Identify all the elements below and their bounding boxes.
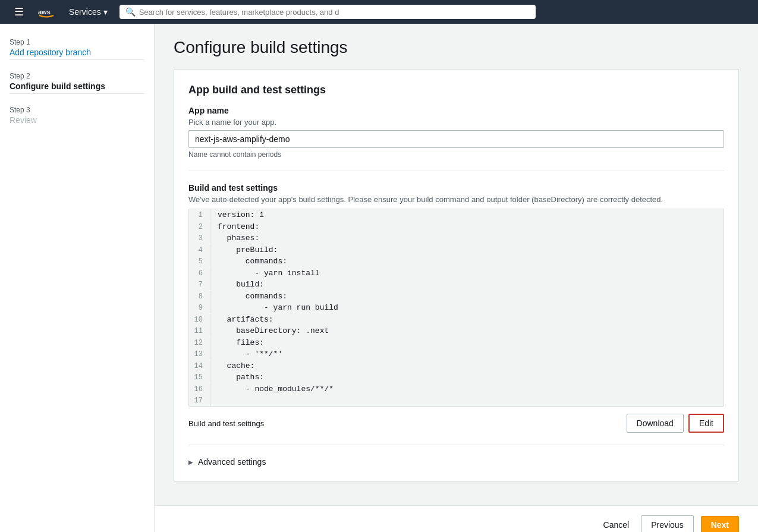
hamburger-menu[interactable]: ☰	[10, 3, 29, 21]
line-code: frontend:	[218, 221, 259, 233]
line-number: 17	[189, 395, 210, 406]
line-number: 14	[189, 360, 210, 372]
services-menu-button[interactable]: Services ▾	[64, 5, 112, 19]
line-code: - '**/*'	[218, 348, 282, 360]
chevron-right-icon: ▶	[188, 459, 193, 465]
line-code: - yarn install	[218, 267, 320, 279]
build-settings-actions: Download Edit	[627, 414, 724, 433]
code-line: 8 commands:	[189, 291, 724, 303]
code-line: 13 - '**/*'	[189, 348, 724, 360]
app-name-field: App name Pick a name for your app. Name …	[188, 106, 724, 159]
download-button[interactable]: Download	[627, 414, 684, 433]
line-number: 1	[189, 209, 210, 221]
line-number: 11	[189, 325, 210, 336]
line-code: phases:	[218, 232, 259, 244]
code-line: 10 artifacts:	[189, 314, 724, 326]
build-settings-footer: Build and test settings Download Edit	[188, 414, 724, 433]
line-code: artifacts:	[218, 314, 273, 326]
services-label: Services	[69, 7, 101, 17]
code-line: 7 build:	[189, 279, 724, 291]
search-bar: 🔍	[119, 5, 536, 19]
line-code: - yarn run build	[218, 302, 338, 314]
page-layout: Step 1 Add repository branch Step 2 Conf…	[0, 24, 758, 532]
search-input[interactable]	[139, 8, 530, 17]
sidebar-item-step1: Step 1 Add repository branch	[10, 38, 144, 60]
step1-title[interactable]: Add repository branch	[10, 48, 144, 57]
line-code: commands:	[218, 291, 287, 303]
line-code: build:	[218, 279, 264, 291]
step3-title: Review	[10, 115, 144, 125]
edit-button[interactable]: Edit	[688, 414, 724, 433]
line-code: version: 1	[218, 209, 264, 221]
line-code: commands:	[218, 256, 287, 267]
code-line: 1version: 1	[189, 209, 724, 221]
line-number: 13	[189, 348, 210, 360]
app-name-label: App name	[188, 106, 724, 115]
line-number: 5	[189, 256, 210, 267]
line-number: 16	[189, 383, 210, 395]
line-code: cache:	[218, 360, 254, 372]
aws-logo: aws	[36, 5, 57, 18]
advanced-settings-section: ▶ Advanced settings	[188, 457, 724, 467]
code-line: 15 paths:	[189, 372, 724, 383]
app-name-hint: Pick a name for your app.	[188, 118, 724, 127]
sidebar: Step 1 Add repository branch Step 2 Conf…	[0, 24, 155, 532]
step2-label: Step 2	[10, 72, 144, 80]
sidebar-item-step2: Step 2 Configure build settings	[10, 72, 144, 94]
section-title: App build and test settings	[188, 84, 724, 96]
code-line: 9 - yarn run build	[189, 302, 724, 314]
code-line: 2frontend:	[189, 221, 724, 233]
line-number: 6	[189, 267, 210, 279]
advanced-settings-toggle[interactable]: ▶ Advanced settings	[188, 457, 266, 467]
advanced-settings-label: Advanced settings	[198, 457, 266, 467]
top-navigation: ☰ aws Services ▾ 🔍	[0, 0, 758, 24]
chevron-down-icon: ▾	[103, 7, 108, 17]
sidebar-item-step3: Step 3 Review	[10, 106, 144, 125]
settings-card: App build and test settings App name Pic…	[174, 69, 739, 481]
code-line: 5 commands:	[189, 256, 724, 267]
code-line: 16 - node_modules/**/*	[189, 383, 724, 395]
build-settings-section: Build and test settings We've auto-detec…	[188, 183, 724, 433]
step3-label: Step 3	[10, 106, 144, 114]
line-number: 8	[189, 291, 210, 302]
svg-text:aws: aws	[38, 8, 51, 15]
previous-button[interactable]: Previous	[641, 515, 693, 532]
code-line: 11 baseDirectory: .next	[189, 325, 724, 337]
build-settings-label: Build and test settings	[188, 183, 724, 193]
code-line: 12 files:	[189, 337, 724, 349]
build-settings-description: We've auto-detected your app's build set…	[188, 195, 724, 204]
next-button[interactable]: Next	[701, 516, 739, 532]
code-line: 3 phases:	[189, 232, 724, 244]
line-number: 7	[189, 279, 210, 290]
step2-title: Configure build settings	[10, 81, 144, 91]
line-number: 9	[189, 302, 210, 313]
line-code: paths:	[218, 372, 264, 383]
line-number: 4	[189, 244, 210, 256]
line-number: 12	[189, 337, 210, 348]
cancel-button[interactable]: Cancel	[599, 517, 634, 532]
search-icon: 🔍	[125, 7, 136, 17]
line-number: 2	[189, 221, 210, 232]
bottom-bar: Cancel Previous Next	[155, 505, 758, 532]
page-title: Configure build settings	[174, 38, 739, 57]
app-name-error: Name cannot contain periods	[188, 150, 724, 159]
footer-label: Build and test settings	[188, 419, 264, 428]
line-number: 10	[189, 314, 210, 325]
code-line: 4 preBuild:	[189, 244, 724, 256]
line-number: 3	[189, 232, 210, 244]
code-editor: 1version: 12frontend:3 phases:4 preBuild…	[188, 209, 724, 407]
line-code: baseDirectory: .next	[218, 325, 329, 337]
line-code: - node_modules/**/*	[218, 383, 334, 395]
code-line: 17	[189, 395, 724, 406]
line-number: 15	[189, 372, 210, 383]
code-line: 6 - yarn install	[189, 267, 724, 279]
main-content: Configure build settings App build and t…	[155, 24, 758, 505]
code-line: 14 cache:	[189, 360, 724, 372]
app-name-input[interactable]	[188, 130, 724, 148]
line-code: files:	[218, 337, 264, 349]
line-code: preBuild:	[218, 244, 278, 256]
step1-label: Step 1	[10, 38, 144, 46]
